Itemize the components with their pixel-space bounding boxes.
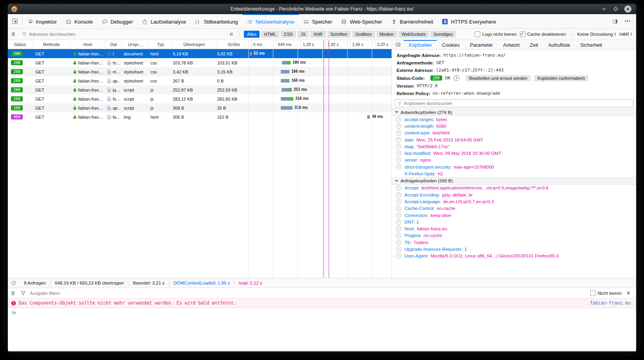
column-header-file[interactable]: Dat bbox=[105, 40, 122, 49]
header-help-icon[interactable]: ? bbox=[396, 206, 401, 211]
column-header-status[interactable]: Status bbox=[8, 40, 33, 49]
header-help-icon[interactable]: ? bbox=[396, 240, 401, 245]
minimize-button[interactable] bbox=[601, 6, 607, 12]
header-row[interactable]: ? Accept text/html,application/xhtml+xm…… bbox=[392, 185, 636, 191]
request-headers-section[interactable]: Anfragekopfzeilen (390 B) bbox=[392, 177, 636, 185]
header-row[interactable]: ? server nginx bbox=[392, 157, 636, 163]
details-tab[interactable]: Parameter bbox=[465, 40, 498, 49]
header-row[interactable]: ? TE Trailers bbox=[392, 239, 636, 246]
console-filter-input[interactable]: Ausgabe filtern bbox=[30, 291, 60, 296]
details-tab[interactable]: Zeit bbox=[525, 40, 543, 49]
dock-side-button[interactable] bbox=[609, 14, 620, 28]
request-row[interactable]: 200 GET fabian-fran… ap… stylesheet css … bbox=[8, 76, 392, 85]
console-prompt[interactable]: ≫ bbox=[8, 308, 636, 318]
filter-pill[interactable]: Medien bbox=[377, 31, 397, 38]
filter-pill[interactable]: HTML bbox=[261, 31, 279, 38]
devtools-tab[interactable]: Barrierefreiheit bbox=[386, 14, 437, 28]
edit-resend-button[interactable]: Bearbeiten und erneut senden bbox=[466, 75, 531, 81]
header-row[interactable]: ? Connection keep-alive bbox=[392, 212, 636, 219]
header-help-icon[interactable]: ? bbox=[396, 144, 401, 149]
header-help-icon[interactable]: ? bbox=[396, 199, 401, 204]
header-row[interactable]: ? etag "5af35bb0-17ac" bbox=[392, 143, 636, 150]
filter-pill[interactable]: CSS bbox=[281, 31, 296, 38]
filter-pill[interactable]: Schriften bbox=[327, 31, 351, 38]
header-help-icon[interactable]: ? bbox=[396, 192, 401, 198]
devtools-tab[interactable]: { } Stilbearbeitung bbox=[190, 14, 242, 28]
header-help-icon[interactable]: ? bbox=[396, 226, 401, 231]
filter-pill[interactable]: Alles bbox=[244, 31, 260, 38]
details-tab[interactable]: Aufrufliste bbox=[543, 40, 575, 49]
header-help-icon[interactable]: ? bbox=[396, 117, 401, 122]
header-row[interactable]: ? Pragma no-cache bbox=[392, 232, 636, 239]
throttling-dropdown[interactable]: Keine Drosselung ▲▼ bbox=[577, 32, 616, 37]
header-row[interactable]: ? date Mon, 25 Feb 2019 18:54:05 GMT bbox=[392, 136, 636, 143]
column-header-host[interactable]: Host bbox=[71, 40, 105, 49]
sidebar-toggle-button[interactable] bbox=[392, 40, 404, 49]
header-help-icon[interactable]: ? bbox=[396, 137, 401, 143]
details-tab[interactable]: Cookies bbox=[437, 40, 465, 49]
header-row[interactable]: ? content-type text/html bbox=[392, 130, 636, 136]
pause-recording-button[interactable] bbox=[226, 31, 236, 37]
header-help-icon[interactable]: ? bbox=[396, 151, 401, 156]
devtools-tab[interactable]: Laufzeitanalyse bbox=[137, 14, 190, 28]
header-row[interactable]: ? Accept-Language de,en-US;q=0.7,en;q=0.… bbox=[392, 198, 636, 205]
header-row[interactable]: ? X-Firefox-Spdy h2 bbox=[392, 170, 636, 177]
pick-element-button[interactable] bbox=[8, 14, 22, 28]
headers-search-input[interactable]: Kopfzeilen durchsuchen bbox=[395, 99, 633, 107]
header-row[interactable]: ? content-length 6060 bbox=[392, 123, 636, 129]
persist-console-checkbox[interactable]: Nicht leeren bbox=[590, 290, 622, 296]
request-row[interactable]: 404 GET fabian-fran… fa… img html 306 B … bbox=[8, 112, 392, 121]
header-row[interactable]: ? Cache-Control no-cache bbox=[392, 205, 636, 212]
devtools-tab[interactable]: Debugger bbox=[97, 14, 137, 28]
request-row[interactable]: 200 GET fabian-fran… fo… script js 283,1… bbox=[8, 94, 392, 103]
filter-pill[interactable]: Sonstiges bbox=[430, 31, 456, 38]
devtools-tab[interactable]: Speicher bbox=[299, 14, 337, 28]
column-header-method[interactable]: Methode bbox=[33, 40, 71, 49]
header-row[interactable]: ? last-modified Wed, 09 May 2018 20:36:0… bbox=[392, 150, 636, 156]
header-help-icon[interactable]: ? bbox=[396, 185, 401, 191]
column-header-cause[interactable]: Urspr… bbox=[122, 40, 149, 49]
request-row[interactable]: 200 GET fabian-fran… jq… script js 252,8… bbox=[8, 85, 392, 94]
column-header-waterfall[interactable]: 0 ms640 ms1,28 s1,92 s2,56 s3,20 s bbox=[251, 40, 392, 49]
header-help-icon[interactable]: ? bbox=[396, 219, 401, 225]
header-row[interactable]: ? strict-transport-security max-age=1576… bbox=[392, 163, 636, 170]
header-row[interactable]: ? Accept-Encoding gzip, deflate, br bbox=[392, 191, 636, 198]
persist-logs-checkbox[interactable]: Logs nicht leeren bbox=[475, 31, 517, 37]
details-tab[interactable]: Sicherheit bbox=[575, 40, 607, 49]
header-help-icon[interactable]: ? bbox=[396, 123, 401, 129]
clear-console-button[interactable] bbox=[8, 290, 18, 296]
raw-headers-button[interactable]: Kopfzeilen (unformatiert) bbox=[534, 75, 588, 81]
status-help-icon[interactable]: ? bbox=[454, 75, 459, 81]
devtools-tab[interactable]: Inspektor bbox=[22, 14, 61, 28]
response-headers-section[interactable]: Antwortkopfzeilen (274 B) bbox=[392, 108, 636, 116]
devtools-tab[interactable]: Netzwerkanalyse bbox=[242, 14, 299, 28]
devtools-tab[interactable]: Konsole bbox=[61, 14, 97, 28]
header-row[interactable]: ? User-Agent Mozilla/5.0 (X11; Linux x86… bbox=[392, 253, 636, 259]
filter-pill[interactable]: Grafiken bbox=[352, 31, 375, 38]
request-row[interactable]: 200 GET fabian-fran… / document html 6,1… bbox=[8, 49, 392, 58]
performance-analysis-icon[interactable] bbox=[8, 280, 20, 286]
header-help-icon[interactable]: ? bbox=[396, 213, 401, 218]
header-help-icon[interactable]: ? bbox=[396, 164, 401, 170]
address-search-input[interactable]: Adressen durchsuchen bbox=[19, 32, 226, 37]
details-tab[interactable]: Antwort bbox=[498, 40, 525, 49]
header-help-icon[interactable]: ? bbox=[396, 130, 401, 136]
console-warning-row[interactable]: Das Components-Objekt sollte nicht mehr … bbox=[8, 298, 636, 308]
header-row[interactable]: ? Upgrade-Insecure-Requests 1 bbox=[392, 246, 636, 252]
header-help-icon[interactable]: ? bbox=[396, 233, 401, 238]
details-tab[interactable]: Kopfzeilen bbox=[404, 40, 437, 49]
close-console-button[interactable]: ✕ bbox=[625, 290, 632, 296]
maximize-button[interactable] bbox=[613, 6, 619, 12]
clear-requests-button[interactable] bbox=[8, 31, 19, 37]
devtools-tab[interactable]: S HTTPS Everywhere bbox=[437, 14, 500, 28]
har-dropdown[interactable]: HAR ▲▼ bbox=[619, 32, 632, 37]
devtools-tab[interactable]: Web-Speicher bbox=[337, 14, 386, 28]
column-header-type[interactable]: Typ bbox=[149, 40, 172, 49]
request-row[interactable]: 200 GET fabian-fran… ap… script js 308 B… bbox=[8, 103, 392, 112]
filter-pill[interactable]: JS bbox=[297, 31, 309, 38]
request-row[interactable]: 200 GET fabian-fran… m… stylesheet css 3… bbox=[8, 67, 392, 76]
request-row[interactable]: 200 GET fabian-fran… fo… stylesheet css … bbox=[8, 58, 392, 67]
header-help-icon[interactable]: ? bbox=[396, 157, 401, 163]
filter-pill[interactable]: XHR bbox=[310, 31, 326, 38]
column-header-size[interactable]: Größe bbox=[217, 40, 251, 49]
